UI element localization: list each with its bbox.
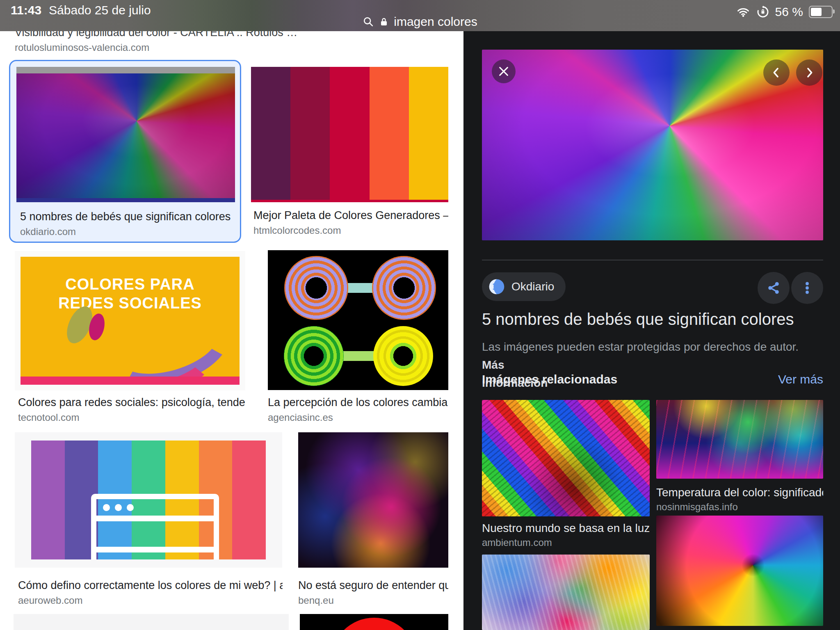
related-image-neon[interactable] (656, 400, 823, 479)
result-domain: agenciasinc.es (268, 412, 333, 423)
result-thumbnail-card[interactable] (15, 432, 282, 568)
related-image-feather[interactable] (482, 555, 650, 630)
result-thumbnail-palette[interactable] (251, 67, 448, 202)
result-domain: tecnotool.com (18, 412, 79, 423)
search-icon (363, 16, 374, 27)
result-thumbnail-burst[interactable] (16, 67, 235, 202)
result-title[interactable]: La percepción de los colores cambia … (268, 396, 448, 409)
more-options-button[interactable] (791, 272, 823, 304)
result-title[interactable]: Colores para redes sociales: psicología,… (18, 396, 246, 409)
result-thumbnail-loading[interactable] (14, 614, 289, 630)
related-domain: ambientum.com (482, 537, 552, 548)
result-thumbnail-card[interactable]: COLORES PARA REDES SOCIALES (15, 251, 245, 390)
result-title[interactable]: 5 nombres de bebés que significan colore… (20, 210, 231, 223)
chevron-left-icon (770, 66, 783, 79)
thumbnail-text: COLORES PARA REDES SOCIALES (21, 275, 240, 313)
related-image-diagonal[interactable] (482, 400, 650, 516)
result-title[interactable]: No está seguro de entender qu… (298, 579, 448, 592)
result-title[interactable]: Mejor Paleta de Colores Generadores — … (253, 209, 448, 222)
next-image-button[interactable] (796, 59, 822, 86)
expanded-image[interactable] (482, 50, 823, 240)
source-label: Okdiario (511, 280, 554, 293)
result-card-selected[interactable]: 5 nombres de bebés que significan colore… (9, 60, 241, 243)
result-thumbnail-face[interactable] (298, 432, 448, 568)
result-domain: aeuroweb.com (18, 595, 82, 606)
browser-window-icon (91, 494, 219, 559)
result-thumbnail-stripes[interactable] (31, 441, 266, 559)
search-query[interactable]: imagen colores (394, 15, 477, 29)
related-images-header-row: Imágenes relacionadas Ver más (482, 372, 823, 386)
chevron-right-icon (803, 66, 815, 79)
previous-image-button[interactable] (763, 59, 790, 86)
result-domain: okdiario.com (20, 226, 76, 237)
related-images-header: Imágenes relacionadas (482, 372, 617, 386)
result-thumbnail-bananas[interactable]: COLORES PARA REDES SOCIALES (21, 257, 240, 385)
share-icon (766, 281, 781, 295)
see-more-link[interactable]: Ver más (778, 372, 823, 386)
source-chip[interactable]: Okdiario (482, 272, 566, 301)
share-button[interactable] (758, 272, 790, 304)
more-info-link[interactable]: Más (482, 358, 504, 371)
divider (482, 260, 823, 260)
close-button[interactable] (492, 59, 516, 83)
related-domain: nosinmisgafas.info (656, 501, 738, 513)
result-domain: benq.eu (298, 595, 334, 606)
browser-top-bar: 11:43 Sábado 25 de julio 56 % imagen col… (0, 0, 840, 31)
result-thumbnail-circles[interactable] (268, 250, 448, 390)
related-caption[interactable]: Nuestro mundo se basa en la luz de l… (482, 522, 650, 535)
image-title: 5 nombres de bebés que significan colore… (482, 310, 823, 329)
result-domain: htmlcolorcodes.com (253, 225, 341, 236)
related-caption[interactable]: Temperatura del color: significado y … (656, 486, 823, 499)
result-thumbnail-partial[interactable] (300, 614, 448, 630)
address-bar[interactable]: imagen colores (0, 15, 840, 29)
search-results-pane: Visibilidad y legibilidad del color - CA… (0, 0, 463, 630)
lock-icon (379, 16, 389, 27)
image-detail-panel: Okdiario 5 nombres de bebés que signific… (463, 0, 840, 630)
related-image-flower[interactable] (656, 516, 823, 626)
close-icon (498, 66, 509, 77)
globe-icon (488, 278, 506, 296)
result-domain-partial: rotulosluminosos-valencia.com (15, 42, 149, 53)
thumbnail-browser-chrome (16, 67, 235, 73)
more-vert-icon (800, 281, 815, 295)
result-title[interactable]: Cómo defino correctamente los colores de… (18, 579, 283, 592)
